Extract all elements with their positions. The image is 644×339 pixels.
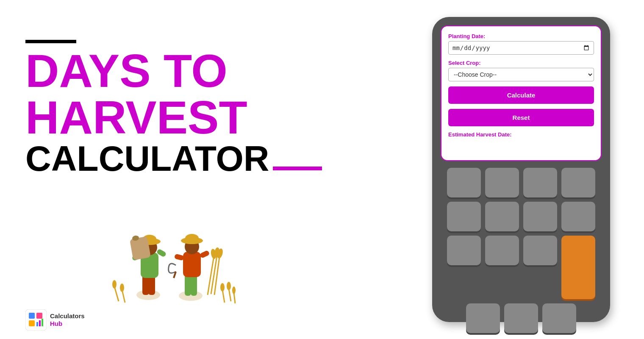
- logo-calculators: Calculators: [50, 312, 85, 320]
- planting-date-label: Planting Date:: [448, 33, 594, 39]
- logo-hub: Hub: [50, 320, 85, 328]
- key-6[interactable]: [485, 202, 519, 231]
- key-5[interactable]: [447, 202, 481, 231]
- svg-line-22: [214, 257, 219, 295]
- reset-button[interactable]: Reset: [448, 109, 594, 126]
- keypad-row-2: [441, 202, 602, 231]
- svg-rect-39: [36, 313, 42, 319]
- svg-point-27: [112, 280, 117, 289]
- logo-area: Calculators Hub: [25, 309, 85, 331]
- svg-rect-43: [42, 319, 43, 326]
- svg-rect-16: [199, 250, 210, 258]
- svg-line-32: [229, 289, 231, 301]
- key-4[interactable]: [561, 168, 595, 197]
- select-crop-label: Select Crop:: [448, 60, 594, 66]
- farmers-svg: [106, 193, 242, 312]
- key-7[interactable]: [523, 202, 557, 231]
- svg-rect-14: [183, 252, 201, 277]
- logo-icon: [25, 309, 47, 331]
- underline-decoration: [273, 167, 322, 170]
- key-13[interactable]: [504, 303, 538, 333]
- svg-line-30: [222, 290, 225, 303]
- svg-rect-41: [36, 322, 38, 326]
- key-14[interactable]: [542, 303, 576, 333]
- left-section: DAYS TO HARVEST CALCULATOR: [25, 27, 322, 312]
- svg-line-20: [208, 256, 214, 295]
- planting-date-input[interactable]: [448, 41, 594, 55]
- result-label: Estimated Harvest Date:: [448, 131, 594, 138]
- select-crop-field: Select Crop: --Choose Crop-- Wheat Rice …: [448, 60, 594, 81]
- keypad-row-1: [441, 168, 602, 197]
- calculate-button[interactable]: Calculate: [448, 86, 594, 104]
- key-3[interactable]: [523, 168, 557, 197]
- logo-text: Calculators Hub: [50, 312, 85, 328]
- svg-point-29: [120, 283, 124, 292]
- keypad: [441, 168, 602, 333]
- svg-line-21: [211, 256, 217, 294]
- title-days-to: DAYS TO HARVEST CALCULATOR: [25, 47, 322, 176]
- calculator-display: Planting Date: Select Crop: --Choose Cro…: [441, 25, 602, 161]
- svg-point-31: [220, 283, 225, 292]
- calculator-body: Planting Date: Select Crop: --Choose Cro…: [432, 17, 610, 322]
- key-1[interactable]: [447, 168, 481, 197]
- svg-line-26: [114, 286, 119, 301]
- svg-rect-15: [174, 253, 184, 261]
- svg-point-19: [185, 234, 199, 242]
- right-section: Planting Date: Select Crop: --Choose Cro…: [432, 17, 619, 322]
- key-8[interactable]: [561, 202, 595, 231]
- svg-point-35: [232, 286, 236, 294]
- title-harvest: HARVEST: [25, 94, 322, 141]
- title-bar-decoration: [25, 40, 76, 43]
- crop-select[interactable]: --Choose Crop-- Wheat Rice Corn Potato T…: [448, 68, 594, 81]
- keypad-row-4: [441, 270, 602, 333]
- key-12[interactable]: [466, 303, 500, 333]
- title-days: DAYS TO: [25, 47, 322, 94]
- key-9[interactable]: [447, 236, 481, 265]
- svg-rect-38: [29, 313, 35, 319]
- farmer-illustration: [25, 193, 322, 312]
- svg-rect-9: [130, 236, 151, 261]
- svg-rect-42: [39, 320, 41, 326]
- key-2[interactable]: [485, 168, 519, 197]
- svg-point-33: [227, 282, 231, 290]
- svg-rect-37: [25, 309, 47, 331]
- svg-line-34: [234, 293, 235, 303]
- key-11[interactable]: [523, 236, 557, 265]
- key-10[interactable]: [485, 236, 519, 265]
- title-calculator: CALCULATOR: [25, 141, 269, 176]
- svg-rect-40: [29, 320, 35, 326]
- planting-date-field: Planting Date:: [448, 33, 594, 55]
